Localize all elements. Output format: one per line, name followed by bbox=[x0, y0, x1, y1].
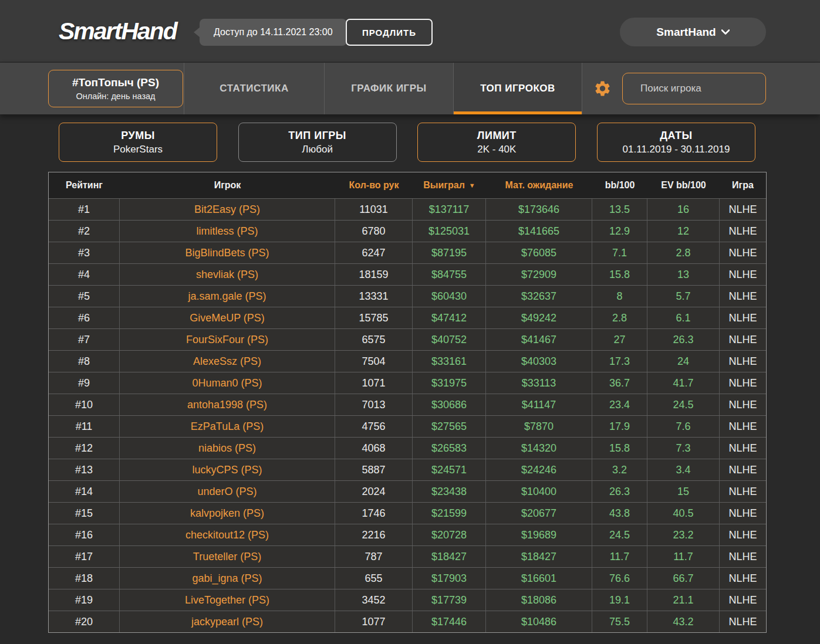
cell-expected: $32637 bbox=[486, 286, 592, 307]
player-link[interactable]: LiveTogether (PS) bbox=[120, 589, 335, 611]
current-player-box[interactable]: #ТопТопыч (PS) Онлайн: день назад bbox=[48, 70, 183, 107]
cell-expected: $173646 bbox=[486, 199, 592, 220]
cell-rank: #2 bbox=[49, 221, 120, 242]
player-link[interactable]: AlexeSsz (PS) bbox=[120, 351, 335, 372]
column-header-expected[interactable]: Мат. ожидание bbox=[486, 172, 592, 198]
cell-won: $26583 bbox=[413, 438, 486, 459]
cell-bb100: 76.6 bbox=[592, 568, 647, 589]
filter-dates[interactable]: ДАТЫ 01.11.2019 - 30.11.2019 bbox=[597, 123, 755, 162]
player-link[interactable]: checkitout12 (PS) bbox=[120, 524, 335, 545]
table-row: #8AlexeSsz (PS)7504$33161$4030317.324NLH… bbox=[49, 350, 766, 372]
cell-ev_bb100: 3.4 bbox=[647, 459, 720, 480]
cell-won: $27565 bbox=[413, 416, 486, 437]
cell-bb100: 36.7 bbox=[592, 372, 647, 394]
cell-game: NLHE bbox=[720, 351, 766, 372]
player-link[interactable]: jackypearl (PS) bbox=[120, 611, 335, 632]
cell-expected: $40303 bbox=[486, 351, 592, 372]
cell-rank: #3 bbox=[49, 242, 120, 263]
column-header-game: Игра bbox=[720, 172, 766, 198]
smarthand-logo[interactable]: SmartHand bbox=[59, 17, 177, 45]
cell-expected: $41147 bbox=[486, 394, 592, 415]
cell-bb100: 26.3 bbox=[592, 481, 647, 502]
cell-rank: #16 bbox=[49, 524, 120, 545]
cell-rank: #14 bbox=[49, 481, 120, 502]
table-row: #7FourSixFour (PS)6575$40752$414672726.3… bbox=[49, 328, 766, 350]
cell-game: NLHE bbox=[720, 199, 766, 220]
player-link[interactable]: FourSixFour (PS) bbox=[120, 329, 335, 350]
cell-won: $47412 bbox=[413, 307, 486, 328]
cell-expected: $16601 bbox=[486, 568, 592, 589]
column-header-won[interactable]: Выиграл▼ bbox=[413, 172, 486, 198]
cell-ev_bb100: 6.1 bbox=[647, 307, 720, 328]
cell-expected: $7870 bbox=[486, 416, 592, 437]
filter-game-type[interactable]: ТИП ИГРЫ Любой bbox=[238, 123, 397, 162]
filter-game-type-title: ТИП ИГРЫ bbox=[288, 130, 346, 142]
cell-bb100: 17.9 bbox=[592, 416, 647, 437]
extend-subscription-button[interactable]: ПРОДЛИТЬ bbox=[346, 19, 433, 46]
table-row: #19LiveTogether (PS)3452$17739$1808619.1… bbox=[49, 589, 766, 611]
cell-bb100: 75.5 bbox=[592, 611, 647, 632]
player-link[interactable]: kalvpojken (PS) bbox=[120, 503, 335, 524]
player-link[interactable]: luckyCPS (PS) bbox=[120, 459, 335, 480]
cell-hands: 655 bbox=[335, 568, 413, 589]
column-header-hands[interactable]: Кол-во рук bbox=[335, 172, 413, 198]
player-link[interactable]: BigBlindBets (PS) bbox=[120, 242, 335, 263]
cell-game: NLHE bbox=[720, 568, 766, 589]
table-row: #2limitless (PS)6780$125031$14166512.912… bbox=[49, 220, 766, 242]
table-row: #18gabi_igna (PS)655$17903$1660176.666.7… bbox=[49, 567, 766, 589]
player-link[interactable]: ja.sam.gale (PS) bbox=[120, 286, 335, 307]
settings-gear-icon[interactable] bbox=[593, 80, 612, 98]
player-link[interactable]: EzPaTuLa (PS) bbox=[120, 416, 335, 437]
cell-ev_bb100: 7.3 bbox=[647, 438, 720, 459]
player-link[interactable]: niabios (PS) bbox=[120, 438, 335, 459]
cell-won: $84755 bbox=[413, 264, 486, 285]
cell-hands: 4756 bbox=[335, 416, 413, 437]
tab-top-players[interactable]: ТОП ИГРОКОВ bbox=[453, 63, 582, 114]
cell-won: $33161 bbox=[413, 351, 486, 372]
player-link[interactable]: underO (PS) bbox=[120, 481, 335, 502]
player-link[interactable]: Bit2Easy (PS) bbox=[120, 199, 335, 220]
cell-ev_bb100: 16 bbox=[647, 199, 720, 220]
cell-expected: $76085 bbox=[486, 242, 592, 263]
cell-expected: $20677 bbox=[486, 503, 592, 524]
player-link[interactable]: GiveMeUP (PS) bbox=[120, 307, 335, 328]
filter-rooms[interactable]: РУМЫ PokerStars bbox=[59, 123, 217, 162]
player-link[interactable]: antoha1998 (PS) bbox=[120, 394, 335, 415]
cell-bb100: 2.8 bbox=[592, 307, 647, 328]
account-menu[interactable]: SmartHand bbox=[620, 18, 766, 46]
table-row: #1Bit2Easy (PS)11031$137117$17364613.516… bbox=[49, 198, 766, 220]
cell-expected: $41467 bbox=[486, 329, 592, 350]
player-link[interactable]: Trueteller (PS) bbox=[120, 546, 335, 567]
cell-rank: #13 bbox=[49, 459, 120, 480]
cell-rank: #4 bbox=[49, 264, 120, 285]
cell-game: NLHE bbox=[720, 286, 766, 307]
tab-statistics[interactable]: СТАТИСТИКА bbox=[184, 63, 324, 114]
player-link[interactable]: 0Human0 (PS) bbox=[120, 372, 335, 394]
filter-rooms-title: РУМЫ bbox=[121, 130, 155, 142]
cell-hands: 1746 bbox=[335, 503, 413, 524]
table-row: #6GiveMeUP (PS)15785$47412$492422.86.1NL… bbox=[49, 307, 766, 328]
cell-won: $24571 bbox=[413, 459, 486, 480]
cell-game: NLHE bbox=[720, 524, 766, 545]
cell-rank: #11 bbox=[49, 416, 120, 437]
cell-rank: #7 bbox=[49, 329, 120, 350]
cell-expected: $18427 bbox=[486, 546, 592, 567]
cell-rank: #18 bbox=[49, 568, 120, 589]
player-link[interactable]: limitless (PS) bbox=[120, 221, 335, 242]
cell-bb100: 11.7 bbox=[592, 546, 647, 567]
account-menu-label: SmartHand bbox=[656, 26, 716, 39]
cell-ev_bb100: 26.3 bbox=[647, 329, 720, 350]
cell-game: NLHE bbox=[720, 611, 766, 632]
player-link[interactable]: shevliak (PS) bbox=[120, 264, 335, 285]
tab-game-graph[interactable]: ГРАФИК ИГРЫ bbox=[324, 63, 453, 114]
player-link[interactable]: gabi_igna (PS) bbox=[120, 568, 335, 589]
filter-limit[interactable]: ЛИМИТ 2K - 40K bbox=[417, 123, 576, 162]
player-search-input[interactable] bbox=[640, 83, 770, 94]
cell-won: $40752 bbox=[413, 329, 486, 350]
cell-ev_bb100: 2.8 bbox=[647, 242, 720, 263]
top-players-table: РейтингИгрокКол-во рукВыиграл▼Мат. ожида… bbox=[48, 172, 767, 633]
table-row: #16checkitout12 (PS)2216$20728$1968924.5… bbox=[49, 524, 766, 545]
cell-rank: #1 bbox=[49, 199, 120, 220]
cell-ev_bb100: 40.5 bbox=[647, 503, 720, 524]
cell-ev_bb100: 41.7 bbox=[647, 372, 720, 394]
